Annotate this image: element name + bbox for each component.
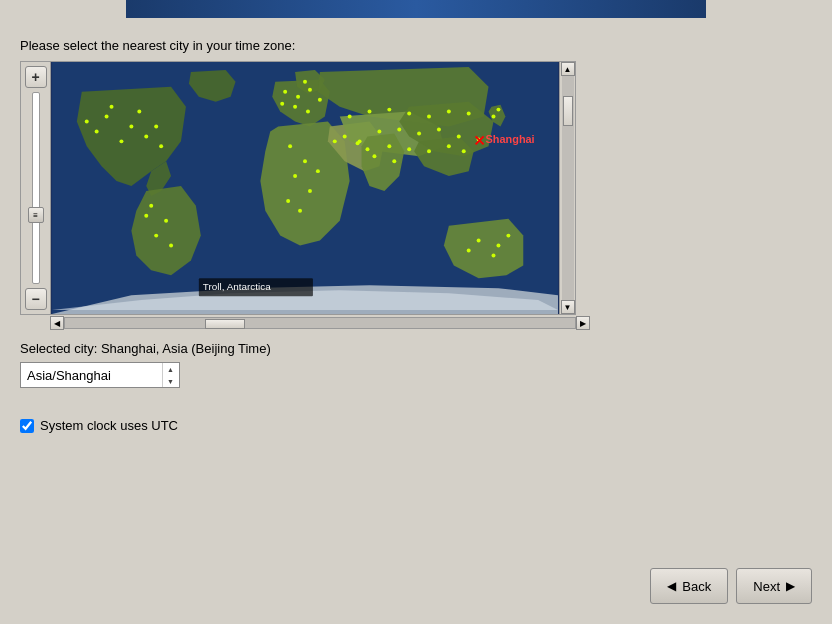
svg-point-13 — [154, 234, 158, 238]
svg-point-35 — [427, 115, 431, 119]
svg-point-19 — [293, 105, 297, 109]
zoom-in-button[interactable]: + — [25, 66, 47, 88]
top-bar — [126, 0, 706, 18]
svg-point-62 — [333, 139, 337, 143]
svg-point-26 — [293, 174, 297, 178]
svg-point-50 — [447, 144, 451, 148]
svg-point-42 — [457, 134, 461, 138]
svg-point-12 — [164, 219, 168, 223]
horizontal-scrollbar-container: ◀ ▶ — [50, 315, 590, 331]
svg-point-14 — [169, 244, 173, 248]
scroll-thumb-v[interactable] — [563, 96, 573, 126]
utc-checkbox-container: System clock uses UTC — [20, 418, 812, 433]
svg-point-61 — [366, 147, 370, 151]
scroll-down-button[interactable]: ▼ — [561, 300, 575, 314]
next-label: Next — [753, 579, 780, 594]
svg-point-2 — [129, 125, 133, 129]
scroll-track-h — [64, 317, 576, 329]
svg-point-38 — [377, 129, 381, 133]
svg-text:Shanghai: Shanghai — [486, 133, 535, 145]
svg-point-31 — [348, 115, 352, 119]
svg-point-55 — [496, 244, 500, 248]
svg-point-18 — [308, 88, 312, 92]
svg-point-1 — [105, 115, 109, 119]
svg-point-27 — [308, 189, 312, 193]
svg-point-28 — [298, 209, 302, 213]
svg-point-60 — [356, 141, 360, 145]
svg-point-4 — [119, 139, 123, 143]
svg-point-5 — [95, 129, 99, 133]
zoom-slider-thumb[interactable]: ≡ — [28, 207, 44, 223]
back-button[interactable]: ◀ Back — [650, 568, 728, 604]
svg-point-8 — [137, 110, 141, 114]
svg-point-40 — [417, 131, 421, 135]
svg-point-21 — [280, 102, 284, 106]
svg-point-30 — [316, 169, 320, 173]
svg-point-20 — [306, 110, 310, 114]
svg-point-17 — [296, 95, 300, 99]
svg-point-7 — [110, 105, 114, 109]
selected-city-label: Selected city: Shanghai, Asia (Beijing T… — [20, 341, 812, 356]
svg-point-11 — [149, 204, 153, 208]
svg-point-9 — [85, 120, 89, 124]
utc-checkbox-label[interactable]: System clock uses UTC — [40, 418, 178, 433]
svg-point-33 — [387, 108, 391, 112]
svg-point-24 — [288, 144, 292, 148]
timezone-dropdown[interactable]: Asia/Shanghai Asia/Beijing Asia/Tokyo UT… — [20, 362, 180, 388]
world-map[interactable]: Shanghai Troll, Antarctica — [50, 61, 560, 315]
svg-point-51 — [462, 149, 466, 153]
back-label: Back — [682, 579, 711, 594]
svg-point-49 — [427, 149, 431, 153]
svg-point-59 — [343, 134, 347, 138]
timezone-dropdown-wrapper[interactable]: Asia/Shanghai Asia/Beijing Asia/Tokyo UT… — [20, 362, 180, 388]
svg-point-48 — [392, 159, 396, 163]
scroll-thumb-h[interactable] — [205, 319, 245, 329]
svg-point-16 — [283, 90, 287, 94]
svg-point-22 — [318, 98, 322, 102]
svg-point-47 — [372, 154, 376, 158]
zoom-slider-track: ≡ — [32, 92, 40, 284]
svg-point-41 — [437, 127, 441, 131]
scroll-left-button[interactable]: ◀ — [50, 316, 64, 330]
svg-point-34 — [407, 112, 411, 116]
svg-point-15 — [144, 214, 148, 218]
svg-point-37 — [467, 112, 471, 116]
svg-point-6 — [159, 144, 163, 148]
svg-point-44 — [387, 144, 391, 148]
next-icon: ▶ — [786, 579, 795, 593]
instruction-text: Please select the nearest city in your t… — [20, 38, 812, 53]
svg-point-45 — [407, 147, 411, 151]
svg-point-32 — [368, 110, 372, 114]
svg-point-10 — [154, 125, 158, 129]
svg-point-39 — [397, 127, 401, 131]
back-icon: ◀ — [667, 579, 676, 593]
svg-point-52 — [492, 115, 496, 119]
svg-point-23 — [303, 80, 307, 84]
svg-point-25 — [303, 159, 307, 163]
scroll-track-v — [562, 76, 574, 300]
utc-checkbox[interactable] — [20, 419, 34, 433]
svg-point-58 — [506, 234, 510, 238]
vertical-scrollbar[interactable]: ▲ ▼ — [560, 61, 576, 315]
scroll-up-button[interactable]: ▲ — [561, 62, 575, 76]
svg-point-54 — [477, 239, 481, 243]
svg-point-57 — [467, 249, 471, 253]
zoom-out-button[interactable]: − — [25, 288, 47, 310]
scroll-right-button[interactable]: ▶ — [576, 316, 590, 330]
svg-point-3 — [144, 134, 148, 138]
timezone-select-container: Asia/Shanghai Asia/Beijing Asia/Tokyo UT… — [20, 362, 812, 388]
svg-text:Troll, Antarctica: Troll, Antarctica — [203, 281, 271, 292]
svg-point-29 — [286, 199, 290, 203]
svg-point-36 — [447, 110, 451, 114]
next-button[interactable]: Next ▶ — [736, 568, 812, 604]
svg-point-56 — [492, 253, 496, 257]
svg-point-53 — [496, 108, 500, 112]
zoom-panel: + ≡ − — [20, 61, 50, 315]
bottom-buttons: ◀ Back Next ▶ — [650, 568, 812, 604]
